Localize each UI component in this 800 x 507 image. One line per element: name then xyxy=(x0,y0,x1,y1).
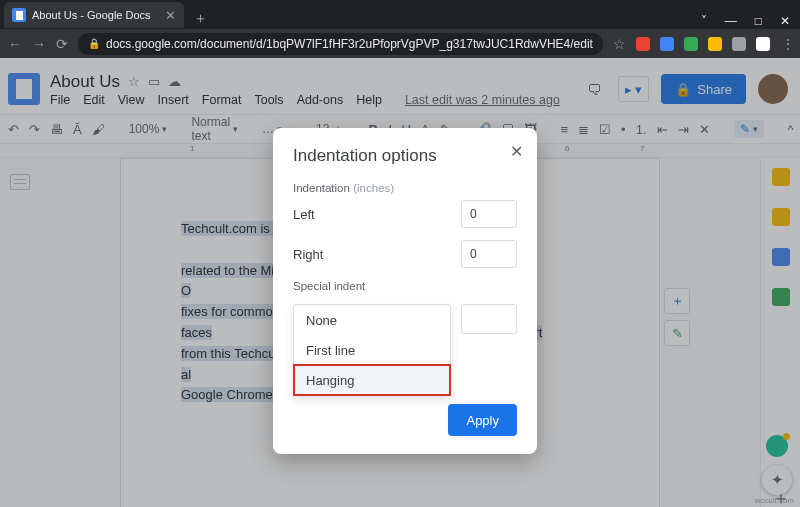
special-indent-amount-input[interactable] xyxy=(461,304,517,334)
docs-favicon xyxy=(12,8,26,22)
apply-button[interactable]: Apply xyxy=(448,404,517,436)
extensions-menu-icon[interactable] xyxy=(756,37,770,51)
lock-icon: 🔒 xyxy=(88,38,100,49)
extensions-area: ⋮ xyxy=(636,35,800,53)
extension-icon[interactable] xyxy=(684,37,698,51)
tab-title: About Us - Google Docs xyxy=(32,9,159,21)
window-close-button[interactable]: ✕ xyxy=(780,14,790,28)
dialog-close-button[interactable]: ✕ xyxy=(510,142,523,161)
window-maximize-button[interactable]: □ xyxy=(755,14,762,28)
nav-back-button[interactable]: ← xyxy=(8,36,22,52)
browser-menu-icon[interactable]: ⋮ xyxy=(780,36,796,52)
special-indent-label: Special indent xyxy=(293,280,517,292)
new-tab-button[interactable]: ＋ xyxy=(190,8,210,28)
left-indent-label: Left xyxy=(293,207,315,222)
special-indent-option-none[interactable]: None xyxy=(294,305,450,335)
extension-icon[interactable] xyxy=(708,37,722,51)
special-indent-option-hanging[interactable]: Hanging xyxy=(294,365,450,395)
browser-tab[interactable]: About Us - Google Docs ✕ xyxy=(4,2,184,28)
nav-reload-button[interactable]: ⟳ xyxy=(56,36,68,52)
bookmark-star-icon[interactable]: ☆ xyxy=(613,36,626,52)
right-indent-input[interactable]: 0 xyxy=(461,240,517,268)
tab-close-icon[interactable]: ✕ xyxy=(165,8,176,23)
address-bar[interactable]: 🔒 docs.google.com/document/d/1bqPW7lF1fH… xyxy=(78,33,603,55)
extension-icon[interactable] xyxy=(636,37,650,51)
indentation-section-label: Indentation (inches) xyxy=(293,182,517,194)
special-indent-dropdown: None First line Hanging xyxy=(293,304,451,396)
chevron-down-icon[interactable]: ˅ xyxy=(701,14,707,28)
right-indent-label: Right xyxy=(293,247,323,262)
nav-forward-button[interactable]: → xyxy=(32,36,46,52)
extension-icon[interactable] xyxy=(732,37,746,51)
extension-icon[interactable] xyxy=(660,37,674,51)
window-minimize-button[interactable]: — xyxy=(725,14,737,28)
dialog-title: Indentation options xyxy=(293,146,517,166)
indentation-options-dialog: Indentation options ✕ Indentation (inche… xyxy=(273,128,537,454)
url-text: docs.google.com/document/d/1bqPW7lF1fHF3… xyxy=(106,37,593,51)
special-indent-option-first-line[interactable]: First line xyxy=(294,335,450,365)
left-indent-input[interactable]: 0 xyxy=(461,200,517,228)
